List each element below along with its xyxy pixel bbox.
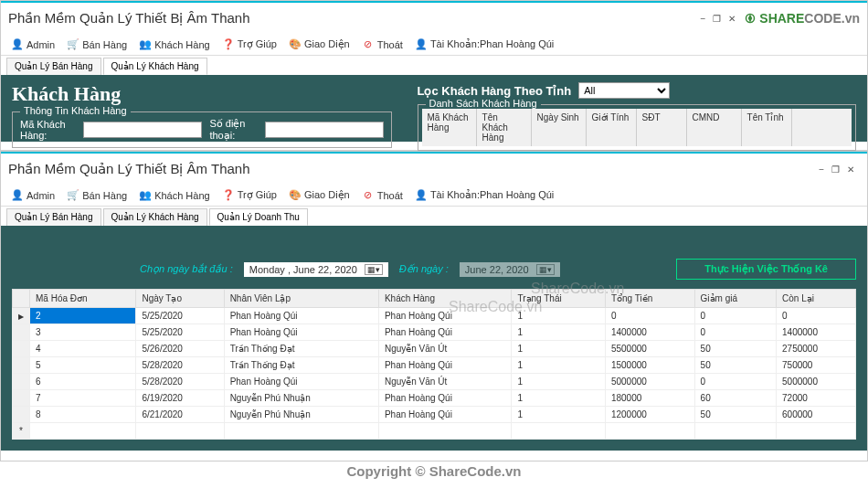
cell-date[interactable]: 6/19/2020 xyxy=(136,390,224,407)
tab-khach-hang[interactable]: Quản Lý Khách Hàng xyxy=(103,58,207,75)
row-selector[interactable] xyxy=(13,374,30,390)
stats-button[interactable]: Thực Hiện Việc Thống Kê xyxy=(676,259,856,280)
cell-nv[interactable]: Nguyễn Phú Nhuận xyxy=(224,390,378,407)
cell-nv[interactable]: Trần Thống Đạt xyxy=(224,357,378,374)
row-selector-new[interactable]: * xyxy=(13,423,30,440)
cell-kh[interactable]: Nguyễn Văn Út xyxy=(378,374,512,390)
date-picker-end[interactable]: June 22, 2020▦▾ xyxy=(460,262,560,277)
cell-tong[interactable]: 1400000 xyxy=(605,324,694,341)
cell-nv[interactable]: Trần Thống Đạt xyxy=(224,341,378,357)
table-row[interactable]: 86/21/2020Nguyễn Phú NhuậnPhan Hoàng Qúi… xyxy=(13,407,856,423)
cell-tt[interactable]: 1 xyxy=(512,390,605,407)
table-row[interactable]: 35/25/2020Phan Hoàng QúiPhan Hoàng Qúi11… xyxy=(13,324,856,341)
table-row-new[interactable]: * xyxy=(13,423,856,440)
cell-con[interactable]: 72000 xyxy=(777,390,856,407)
cell-con[interactable]: 2750000 xyxy=(777,341,856,357)
cell-tt[interactable]: 1 xyxy=(512,407,605,423)
cell-tong[interactable]: 1500000 xyxy=(605,357,694,374)
calendar-icon[interactable]: ▦▾ xyxy=(365,264,383,275)
th-con-lai[interactable]: Còn Lại xyxy=(777,290,856,308)
row-selector[interactable] xyxy=(13,341,30,357)
cell-tong[interactable]: 180000 xyxy=(605,390,694,407)
cell-tong[interactable]: 5000000 xyxy=(605,374,694,390)
cell-date[interactable]: 5/25/2020 xyxy=(136,308,224,324)
table-row[interactable]: ▶25/25/2020Phan Hoàng QúiPhan Hoàng Qúi1… xyxy=(13,308,856,324)
table-row[interactable]: 45/26/2020Trần Thống ĐạtNguyễn Văn Út155… xyxy=(13,341,856,357)
cell-id[interactable]: 5 xyxy=(30,357,136,374)
cell-con[interactable]: 750000 xyxy=(777,357,856,374)
table-row[interactable]: 65/28/2020Phan Hoàng QúiNguyễn Văn Út150… xyxy=(13,374,856,390)
cell-id[interactable]: 3 xyxy=(30,324,136,341)
cell-kh[interactable]: Phan Hoàng Qúi xyxy=(378,308,512,324)
cell-kh[interactable]: Phan Hoàng Qúi xyxy=(378,390,512,407)
th-giam-gia[interactable]: Giảm giá xyxy=(694,290,776,308)
filter-tinh-select[interactable]: All xyxy=(578,82,670,99)
cell-con[interactable]: 1400000 xyxy=(777,324,856,341)
tab-khach-hang-2[interactable]: Quản Lý Khách Hàng xyxy=(103,208,207,226)
cell-nv[interactable]: Phan Hoàng Qúi xyxy=(224,324,378,341)
menu-thoat[interactable]: ⊘Thoát xyxy=(357,37,408,52)
cell-id[interactable]: 6 xyxy=(30,374,136,390)
maximize-button-2[interactable]: ❐ xyxy=(831,164,840,175)
table-row[interactable]: 76/19/2020Nguyễn Phú NhuậnPhan Hoàng Qúi… xyxy=(13,390,856,407)
menu-tai-khoan-2[interactable]: 👤Tài Khoản:Phan Hoàng Qúi xyxy=(410,187,559,203)
cell-date[interactable]: 5/26/2020 xyxy=(136,341,224,357)
minimize-button-2[interactable]: − xyxy=(819,164,824,175)
cell-nv[interactable]: Phan Hoàng Qúi xyxy=(224,308,378,324)
row-selector[interactable] xyxy=(13,407,30,423)
cell-nv[interactable]: Nguyễn Phú Nhuận xyxy=(224,407,378,423)
cell-tt[interactable]: 1 xyxy=(512,308,605,324)
cell-tt[interactable]: 1 xyxy=(512,357,605,374)
menu-giao-dien[interactable]: 🎨Giao Diện xyxy=(284,37,355,52)
row-selector[interactable] xyxy=(13,357,30,374)
cell-kh[interactable]: Phan Hoàng Qúi xyxy=(378,407,512,423)
cell-giam[interactable]: 50 xyxy=(694,357,776,374)
input-ma-kh[interactable] xyxy=(83,122,202,138)
row-selector[interactable]: ▶ xyxy=(13,308,30,324)
row-selector[interactable] xyxy=(13,390,30,407)
cell-date[interactable]: 5/25/2020 xyxy=(136,324,224,341)
cell-giam[interactable]: 50 xyxy=(694,407,776,423)
cell-giam[interactable]: 0 xyxy=(694,324,776,341)
cell-id[interactable]: 4 xyxy=(30,341,136,357)
menu-thoat-2[interactable]: ⊘Thoát xyxy=(357,188,408,203)
cell-date[interactable]: 5/28/2020 xyxy=(136,374,224,390)
menu-admin-2[interactable]: 👤Admin xyxy=(6,188,60,203)
th-ngay-tao[interactable]: Ngày Tạo xyxy=(136,290,224,308)
date-picker-start[interactable]: Monday , June 22, 2020▦▾ xyxy=(244,262,388,277)
cell-con[interactable]: 5000000 xyxy=(777,374,856,390)
th-khach-hang[interactable]: Khách Hàng xyxy=(378,290,512,308)
cell-tong[interactable]: 0 xyxy=(605,308,694,324)
cell-id[interactable]: 8 xyxy=(30,407,136,423)
menu-khach-hang-2[interactable]: 👥Khách Hàng xyxy=(134,188,216,203)
menu-khach-hang[interactable]: 👥Khách Hàng xyxy=(134,37,216,52)
cell-con[interactable]: 0 xyxy=(777,308,856,324)
th-nv-lap[interactable]: Nhân Viên Lập xyxy=(224,290,378,308)
tab-ban-hang[interactable]: Quản Lý Bán Hàng xyxy=(6,58,101,75)
cell-id[interactable]: 2 xyxy=(30,308,136,324)
menu-ban-hang-2[interactable]: 🛒Bán Hàng xyxy=(62,188,132,203)
th-trang-thai[interactable]: Trạng Thái xyxy=(512,290,605,308)
table-row[interactable]: 55/28/2020Trần Thống ĐạtPhan Hoàng Qúi11… xyxy=(13,357,856,374)
tab-ban-hang-2[interactable]: Quản Lý Bán Hàng xyxy=(6,208,101,226)
th-ma-hd[interactable]: Mã Hóa Đơn xyxy=(30,290,136,308)
cell-tt[interactable]: 1 xyxy=(512,324,605,341)
menu-tai-khoan[interactable]: 👤Tài Khoản:Phan Hoàng Qúi xyxy=(410,37,559,52)
cell-giam[interactable]: 0 xyxy=(694,374,776,390)
menu-tro-giup[interactable]: ❓Trợ Giúp xyxy=(217,37,282,52)
close-button[interactable]: ✕ xyxy=(728,14,736,24)
cell-tong[interactable]: 1200000 xyxy=(605,407,694,423)
row-selector[interactable] xyxy=(13,324,30,341)
menu-tro-giup-2[interactable]: ❓Trợ Giúp xyxy=(217,187,282,203)
menu-giao-dien-2[interactable]: 🎨Giao Diện xyxy=(284,187,355,203)
cell-date[interactable]: 6/21/2020 xyxy=(136,407,224,423)
cell-tt[interactable]: 1 xyxy=(512,374,605,390)
cell-kh[interactable]: Nguyễn Văn Út xyxy=(378,341,512,357)
cell-nv[interactable]: Phan Hoàng Qúi xyxy=(224,374,378,390)
th-tong-tien[interactable]: Tổng Tiền xyxy=(605,290,694,308)
minimize-button[interactable]: − xyxy=(700,14,705,24)
cell-id[interactable]: 7 xyxy=(30,390,136,407)
cell-giam[interactable]: 0 xyxy=(694,308,776,324)
cell-kh[interactable]: Phan Hoàng Qúi xyxy=(378,324,512,341)
cell-giam[interactable]: 60 xyxy=(694,390,776,407)
